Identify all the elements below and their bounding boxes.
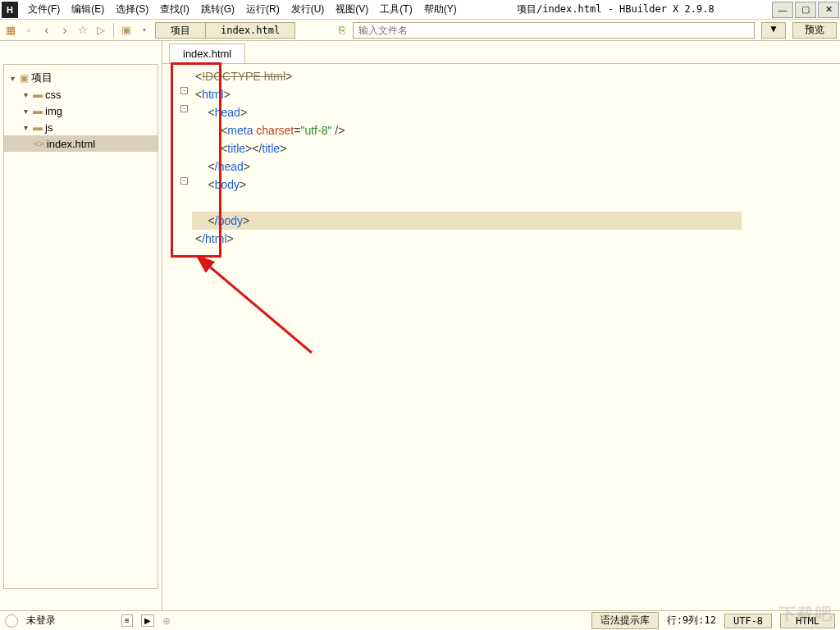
tree-node-index[interactable]: <> index.html [4,135,158,152]
fold-icon[interactable]: - [180,87,188,94]
sidebar: ▾ ▣ 项目 ▾ ▬ css ▾ ▬ img ▾ ▬ js <> index.h [0,41,162,610]
dropdown-icon[interactable]: ▾ [137,23,152,38]
file-icon: <> [34,139,44,148]
preview-button[interactable]: 预览 [792,22,837,39]
breadcrumb: 项目 index.html [155,22,295,39]
menu-edit[interactable]: 编辑(E) [68,1,107,18]
editor-area: index.html - - - <!DOCTYPE html> <html> … [162,41,840,610]
file-tree: ▾ ▣ 项目 ▾ ▬ css ▾ ▬ img ▾ ▬ js <> index.h [3,64,158,589]
filename-input[interactable] [353,22,755,39]
nav-forward-icon[interactable]: › [57,23,72,38]
main-area: ▾ ▣ 项目 ▾ ▬ css ▾ ▬ img ▾ ▬ js <> index.h [0,41,840,610]
globe-icon[interactable]: ⊕ [162,615,171,627]
user-icon[interactable] [5,614,18,628]
editor-tabs: index.html [162,41,840,64]
locate-icon[interactable]: ⎘ [335,23,349,38]
new-file-icon[interactable]: ▦ [3,23,18,38]
chevron-down-icon[interactable]: ▾ [21,90,30,99]
minimize-button[interactable]: — [772,2,793,18]
code-editor[interactable]: - - - <!DOCTYPE html> <html> <head> <met… [162,64,840,610]
fold-icon[interactable]: - [180,105,188,112]
menu-select[interactable]: 选择(S) [112,1,152,18]
tree-label: img [45,105,62,117]
window-title: 项目/index.html - HBuilder X 2.9.8 [460,2,771,16]
chevron-down-icon[interactable]: ▾ [7,74,17,83]
title-bar: H 文件(F) 编辑(E) 选择(S) 查找(I) 跳转(G) 运行(R) 发行… [0,0,840,20]
save-icon[interactable]: ▫ [21,23,36,38]
chevron-down-icon[interactable]: ▾ [21,107,30,116]
app-icon: H [2,2,18,18]
fold-icon[interactable]: - [180,177,188,185]
tree-label: js [45,121,52,134]
menu-file[interactable]: 文件(F) [25,1,63,18]
tree-label: index.html [47,138,95,150]
tree-node-img[interactable]: ▾ ▬ img [4,103,158,119]
list-icon[interactable]: ≡ [121,614,133,627]
terminal-icon[interactable]: ▶ [141,614,154,627]
filter-button[interactable]: ▼ [761,22,786,39]
language-button[interactable]: HTML [780,614,835,628]
explorer-icon[interactable]: ▣ [119,23,134,38]
tree-label: css [45,89,62,101]
menu-run[interactable]: 运行(R) [243,1,283,18]
encoding-button[interactable]: UTF-8 [724,614,772,628]
separator [113,23,114,38]
folder-icon: ▬ [33,105,43,116]
tree-label: 项目 [31,71,52,85]
menu-help[interactable]: 帮助(Y) [421,1,460,18]
nav-back-icon[interactable]: ‹ [39,23,54,38]
chevron-down-icon[interactable]: ▾ [21,123,30,132]
tree-node-js[interactable]: ▾ ▬ js [4,119,158,135]
tree-root[interactable]: ▾ ▣ 项目 [4,70,158,86]
window-controls: — ▢ ✕ [771,1,840,19]
menu-tools[interactable]: 工具(T) [377,1,415,18]
toolbar: ▦ ▫ ‹ › ☆ ▷ ▣ ▾ 项目 index.html ⎘ ▼ 预览 [0,20,840,41]
maximize-button[interactable]: ▢ [795,2,816,18]
crumb-file[interactable]: index.html [206,25,294,36]
syntax-button[interactable]: 语法提示库 [591,612,659,629]
gutter: - - - [162,64,192,610]
folder-icon: ▬ [33,89,43,100]
folder-icon: ▣ [20,72,29,84]
close-button[interactable]: ✕ [818,2,839,18]
star-icon[interactable]: ☆ [75,23,90,38]
menu-find[interactable]: 查找(I) [157,1,192,18]
menu-bar: 文件(F) 编辑(E) 选择(S) 查找(I) 跳转(G) 运行(R) 发行(U… [20,1,460,18]
crumb-project[interactable]: 项目 [156,23,206,38]
run-icon[interactable]: ▷ [94,23,108,38]
status-bar: 未登录 ≡ ▶ ⊕ 语法提示库 行:9列:12 UTF-8 HTML [0,610,840,630]
tab-index[interactable]: index.html [169,43,245,63]
tree-node-css[interactable]: ▾ ▬ css [4,86,158,103]
folder-icon: ▬ [33,121,43,133]
menu-goto[interactable]: 跳转(G) [198,1,238,18]
cursor-position: 行:9列:12 [667,614,716,628]
login-status[interactable]: 未登录 [26,614,56,628]
menu-view[interactable]: 视图(V) [332,1,372,18]
code-content: <!DOCTYPE html> <html> <head> <meta char… [195,67,840,248]
menu-publish[interactable]: 发行(U) [288,1,328,18]
